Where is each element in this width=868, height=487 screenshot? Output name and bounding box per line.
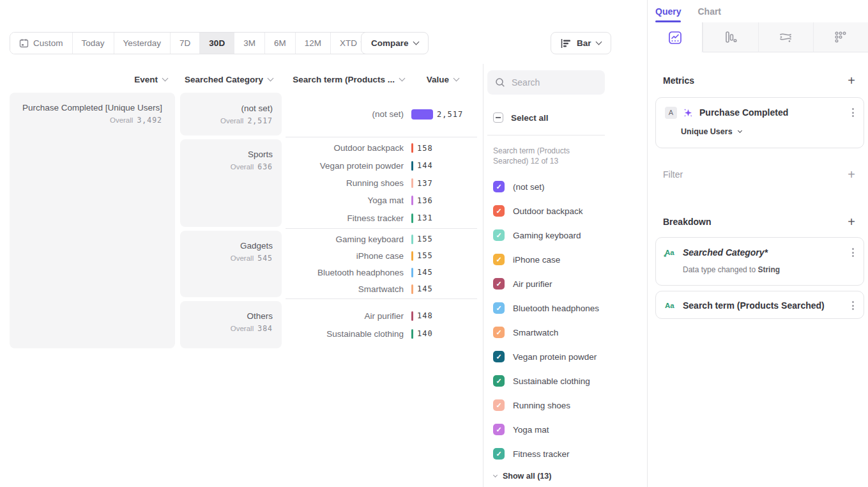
term-row[interactable]: Running shoes 137 bbox=[287, 174, 482, 192]
legend-item[interactable]: ✓ Bluetooth headphones bbox=[487, 296, 647, 320]
item-checkbox[interactable]: ✓ bbox=[493, 302, 505, 314]
value-bar bbox=[411, 235, 413, 244]
legend-item[interactable]: ✓ Outdoor backpack bbox=[487, 199, 647, 223]
chevron-down-icon bbox=[413, 39, 419, 45]
breakdown-table: (not set) Overall2,517 (not set) 2,517 S… bbox=[180, 93, 482, 348]
group-gadgets: Gadgets Overall545 Gaming keyboard 155 i… bbox=[180, 231, 482, 297]
term-row[interactable]: Outdoor backpack 158 bbox=[287, 139, 482, 157]
legend-item[interactable]: ✓ (not set) bbox=[487, 174, 647, 199]
check-icon: ✓ bbox=[496, 304, 501, 313]
column-header-search-term[interactable]: Search term (Products ... bbox=[291, 75, 404, 84]
breakdown-name: Searched Category* bbox=[683, 247, 844, 258]
tab-funnels[interactable] bbox=[703, 22, 758, 52]
tab-chart[interactable]: Chart bbox=[697, 6, 721, 22]
item-checkbox[interactable]: ✓ bbox=[493, 375, 505, 387]
breakdown-card[interactable]: Aa Search term (Products Searched) bbox=[655, 291, 864, 319]
metric-type-dropdown[interactable]: Unique Users bbox=[681, 127, 856, 136]
metrics-header: Metrics + bbox=[663, 74, 855, 87]
item-checkbox[interactable]: ✓ bbox=[493, 229, 505, 241]
legend-item[interactable]: ✓ Running shoes bbox=[487, 393, 647, 417]
item-checkbox[interactable]: ✓ bbox=[493, 424, 505, 435]
breakdown-note: Data type changed to String bbox=[683, 265, 856, 274]
term-row[interactable]: Smartwatch 145 bbox=[287, 281, 482, 297]
tab-flows[interactable] bbox=[758, 22, 813, 52]
insights-icon bbox=[668, 31, 682, 45]
term-row[interactable]: Air purifier 148 bbox=[287, 307, 482, 325]
term-row[interactable]: iPhone case 155 bbox=[287, 247, 482, 264]
tab-insights[interactable] bbox=[648, 22, 703, 52]
event-sparkle-icon bbox=[683, 107, 694, 118]
show-all-button[interactable]: Show all (13) bbox=[494, 472, 647, 481]
term-row[interactable]: Fitness tracker 131 bbox=[287, 210, 482, 227]
item-checkbox[interactable]: ✓ bbox=[493, 181, 505, 192]
column-header-searched-category[interactable]: Searched Category bbox=[180, 75, 273, 84]
term-row[interactable]: Yoga mat 136 bbox=[287, 192, 482, 209]
tab-query[interactable]: Query bbox=[655, 6, 681, 22]
bar-chart-icon bbox=[561, 38, 572, 49]
date-range-7d-button[interactable]: 7D bbox=[170, 33, 199, 54]
search-input[interactable] bbox=[512, 77, 595, 88]
term-row[interactable]: (not set) 2,517 bbox=[287, 105, 482, 123]
value-bar bbox=[411, 284, 413, 294]
more-menu-icon[interactable] bbox=[850, 246, 856, 259]
item-checkbox[interactable]: ✓ bbox=[493, 351, 505, 362]
item-checkbox[interactable]: ✓ bbox=[493, 278, 505, 290]
add-metric-button[interactable]: + bbox=[848, 74, 855, 87]
term-row[interactable]: Bluetooth headphones 145 bbox=[287, 264, 482, 281]
date-range-custom-button[interactable]: Custom bbox=[10, 33, 72, 54]
legend-item[interactable]: ✓ Vegan protein powder bbox=[487, 344, 647, 369]
string-property-icon: Aa bbox=[665, 302, 677, 309]
metric-name: Purchase Completed bbox=[699, 107, 844, 118]
value-bar bbox=[411, 213, 413, 223]
legend-item[interactable]: ✓ Sustainable clothing bbox=[487, 369, 647, 393]
add-breakdown-button[interactable]: + bbox=[848, 215, 855, 228]
category-card[interactable]: Gadgets Overall545 bbox=[180, 231, 282, 297]
date-range-30d-button[interactable]: 30D bbox=[199, 33, 234, 54]
legend-item[interactable]: ✓ Fitness tracker bbox=[487, 442, 647, 466]
legend-item[interactable]: ✓ Smartwatch bbox=[487, 320, 647, 344]
category-card[interactable]: Others Overall384 bbox=[180, 301, 282, 348]
item-checkbox[interactable]: ✓ bbox=[493, 205, 505, 217]
metric-card[interactable]: A Purchase Completed Unique Users bbox=[655, 97, 864, 148]
check-icon: ✓ bbox=[496, 256, 501, 264]
legend-item[interactable]: ✓ iPhone case bbox=[487, 247, 647, 272]
value-bar bbox=[411, 143, 413, 153]
column-header-value[interactable]: Value bbox=[406, 75, 459, 84]
item-checkbox[interactable]: ✓ bbox=[493, 399, 505, 411]
item-checkbox[interactable]: ✓ bbox=[493, 327, 505, 338]
item-checkbox[interactable]: ✓ bbox=[493, 254, 505, 265]
tab-retention[interactable] bbox=[813, 22, 868, 52]
more-menu-icon[interactable] bbox=[850, 106, 856, 119]
category-card[interactable]: (not set) Overall2,517 bbox=[180, 93, 282, 135]
date-range-yesterday-button[interactable]: Yesterday bbox=[114, 33, 171, 54]
date-range-today-button[interactable]: Today bbox=[72, 33, 114, 54]
more-menu-icon[interactable] bbox=[850, 299, 856, 312]
legend-item[interactable]: ✓ Yoga mat bbox=[487, 417, 647, 442]
value-bar bbox=[411, 268, 413, 277]
legend-item[interactable]: ✓ Gaming keyboard bbox=[487, 223, 647, 247]
add-filter-button[interactable]: + bbox=[848, 168, 855, 181]
date-range-6m-button[interactable]: 6M bbox=[264, 33, 295, 54]
select-all-checkbox[interactable] bbox=[493, 112, 503, 123]
term-row[interactable]: Vegan protein powder 144 bbox=[287, 157, 482, 174]
breakdown-card[interactable]: Aa Searched Category* Data type changed … bbox=[655, 237, 864, 286]
term-row[interactable]: Gaming keyboard 155 bbox=[287, 231, 482, 247]
check-icon: ✓ bbox=[496, 329, 501, 337]
category-card[interactable]: Sports Overall636 bbox=[180, 139, 282, 227]
item-checkbox[interactable]: ✓ bbox=[493, 448, 505, 460]
term-row[interactable]: Sustainable clothing 140 bbox=[287, 325, 482, 343]
date-range-picker: Custom Today Yesterday 7D 30D 3M 6M 12M … bbox=[10, 32, 376, 54]
date-range-12m-button[interactable]: 12M bbox=[295, 33, 330, 54]
compare-button[interactable]: Compare bbox=[361, 32, 429, 54]
value-bar bbox=[411, 329, 413, 339]
chart-type-button[interactable]: Bar bbox=[551, 32, 611, 54]
funnels-icon bbox=[724, 30, 738, 44]
chevron-down-icon bbox=[162, 75, 169, 82]
insights-report: Custom Today Yesterday 7D 30D 3M 6M 12M … bbox=[0, 0, 868, 487]
legend-item[interactable]: ✓ Air purifier bbox=[487, 272, 647, 296]
column-header-event[interactable]: Event bbox=[10, 75, 167, 84]
date-range-3m-button[interactable]: 3M bbox=[234, 33, 264, 54]
report-type-tabs bbox=[648, 22, 868, 52]
select-all[interactable]: Select all bbox=[493, 112, 647, 123]
event-card[interactable]: Purchase Completed [Unique Users] Overal… bbox=[10, 93, 175, 348]
